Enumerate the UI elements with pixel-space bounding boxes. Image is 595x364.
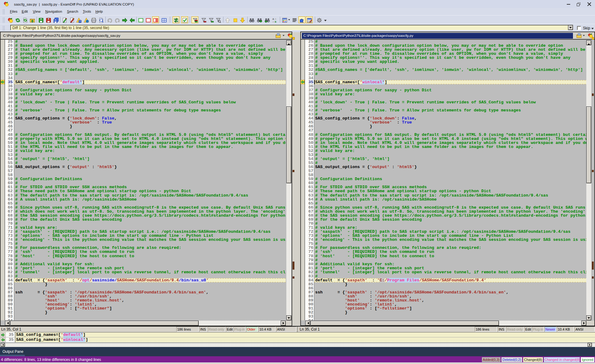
svg-text:B: B [275, 20, 277, 23]
svg-text:A: A [272, 20, 274, 23]
